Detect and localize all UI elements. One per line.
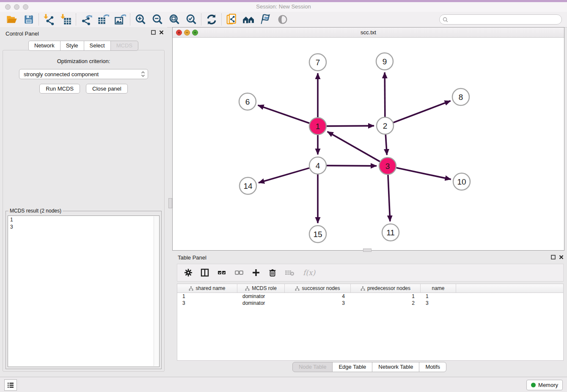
control-panel-title: Control Panel [6, 30, 39, 37]
column-header-shared-name[interactable]: shared name [177, 284, 237, 293]
open-session-button[interactable] [3, 13, 20, 26]
zoom-out-button[interactable] [149, 13, 166, 26]
table-row[interactable]: 3 dominator 3 2 3 [177, 300, 563, 306]
graph-node-14[interactable]: 14 [239, 177, 256, 194]
tab-network-table[interactable]: Network Table [372, 362, 419, 372]
result-item: 3 [8, 223, 159, 230]
cell-mcds-role[interactable]: dominator [237, 293, 285, 300]
trash-icon [268, 268, 277, 277]
select-all-columns-button[interactable] [217, 268, 226, 277]
export-table-button[interactable] [95, 13, 112, 26]
tab-select[interactable]: Select [84, 41, 111, 51]
zoom-in-button[interactable] [132, 13, 149, 26]
zoom-fit-button[interactable] [166, 13, 183, 26]
svg-text:11: 11 [386, 228, 395, 237]
delete-table-button[interactable] [285, 268, 295, 277]
search-input[interactable] [450, 15, 561, 24]
float-panel-icon[interactable] [551, 255, 556, 259]
window-titlebar: Session: New Session [0, 2, 567, 12]
task-history-button[interactable] [4, 379, 17, 391]
graph-node-2[interactable]: 2 [377, 117, 394, 134]
create-column-button[interactable] [252, 268, 260, 277]
vertical-splitter-grip[interactable] [168, 198, 172, 208]
cell-mcds-role[interactable]: dominator [237, 300, 285, 306]
cell-successor-nodes[interactable]: 3 [285, 300, 351, 306]
graph-edge-1-2[interactable] [327, 126, 374, 126]
gear-icon [184, 268, 193, 277]
graph-node-8[interactable]: 8 [452, 88, 469, 105]
cell-successor-nodes[interactable]: 4 [285, 293, 351, 300]
graph-edge-4-3[interactable] [327, 166, 377, 166]
graph-node-9[interactable]: 9 [376, 53, 393, 70]
column-header-predecessor-nodes[interactable]: predecessor nodes [351, 284, 421, 293]
graph-edge-3-1[interactable] [328, 132, 380, 162]
graph-node-15[interactable]: 15 [309, 226, 326, 243]
zoom-selected-button[interactable] [183, 13, 200, 26]
close-panel-icon[interactable] [159, 30, 164, 35]
column-header-name[interactable]: name [421, 284, 456, 293]
graph-edge-2-9[interactable] [385, 72, 385, 117]
column-type-icon [245, 286, 250, 291]
svg-text:14: 14 [243, 182, 253, 190]
annotations-button[interactable] [257, 13, 274, 26]
close-panel-icon[interactable] [559, 255, 564, 259]
birds-eye-view-button[interactable] [274, 13, 291, 26]
tab-edge-table[interactable]: Edge Table [332, 362, 372, 372]
network-from-selection-button[interactable] [223, 13, 240, 26]
import-table-button[interactable] [58, 13, 74, 26]
tab-mcds[interactable]: MCDS [110, 41, 138, 51]
table-settings-button[interactable] [184, 268, 193, 277]
tab-motifs[interactable]: Motifs [419, 362, 446, 372]
toolbar-separator [76, 14, 77, 25]
horizontal-splitter-grip[interactable] [363, 248, 372, 252]
deselect-all-columns-button[interactable] [234, 268, 244, 277]
export-image-button[interactable] [112, 13, 129, 26]
function-builder-button[interactable]: f(x) [303, 268, 315, 277]
column-header-mcds-role[interactable]: MCDS role [237, 284, 285, 293]
save-session-button[interactable] [20, 13, 37, 26]
cell-shared-name[interactable]: 3 [177, 300, 237, 306]
graph-node-11[interactable]: 11 [382, 224, 399, 241]
apply-layout-button[interactable] [203, 13, 220, 26]
import-network-button[interactable] [41, 13, 58, 26]
control-panel-tabs: Network Style Select MCDS [0, 41, 167, 51]
graph-node-10[interactable]: 10 [453, 173, 470, 190]
cell-predecessor-nodes[interactable]: 1 [351, 293, 421, 300]
column-type-icon [295, 286, 300, 291]
graph-node-1[interactable]: 1 [309, 118, 326, 135]
memory-button[interactable]: Memory [526, 380, 563, 390]
column-header-successor-nodes[interactable]: successor nodes [285, 284, 351, 293]
graph-node-7[interactable]: 7 [309, 54, 326, 71]
delete-column-button[interactable] [268, 268, 277, 277]
show-columns-button[interactable] [201, 268, 209, 277]
cell-predecessor-nodes[interactable]: 2 [351, 300, 421, 306]
run-mcds-button[interactable]: Run MCDS [39, 84, 80, 94]
graph-edge-3-11[interactable] [388, 175, 390, 221]
table-row[interactable]: 1 dominator 4 1 1 [177, 293, 563, 300]
cell-shared-name[interactable]: 1 [177, 293, 237, 300]
cell-name[interactable]: 1 [421, 293, 456, 300]
main-toolbar [0, 12, 567, 28]
result-scrollbar[interactable] [154, 216, 159, 366]
graph-node-3[interactable]: 3 [379, 157, 396, 174]
close-panel-button[interactable]: Close panel [86, 84, 128, 94]
graph-node-4[interactable]: 4 [309, 157, 326, 174]
graph-edge-3-10[interactable] [396, 168, 451, 179]
tab-node-table[interactable]: Node Table [292, 362, 333, 372]
tab-style[interactable]: Style [60, 41, 84, 51]
column-label: successor nodes [302, 285, 340, 291]
export-network-button[interactable] [78, 13, 95, 26]
table-panel-title: Table Panel [178, 254, 206, 261]
graph-edge-4-14[interactable] [259, 168, 309, 183]
network-canvas[interactable]: 7968124314101511 [173, 38, 564, 251]
float-panel-icon[interactable] [151, 30, 156, 35]
tab-network[interactable]: Network [28, 41, 61, 51]
graph-edge-1-6[interactable] [258, 105, 310, 123]
first-neighbors-button[interactable] [240, 13, 257, 26]
graph-edge-2-8[interactable] [394, 101, 451, 122]
graph-node-6[interactable]: 6 [239, 93, 256, 110]
graph-edge-2-3[interactable] [385, 135, 387, 155]
mcds-result-list[interactable]: 1 3 [8, 215, 160, 367]
cell-name[interactable]: 3 [421, 300, 456, 306]
optimization-criterion-select[interactable]: strongly connected component [19, 69, 148, 79]
